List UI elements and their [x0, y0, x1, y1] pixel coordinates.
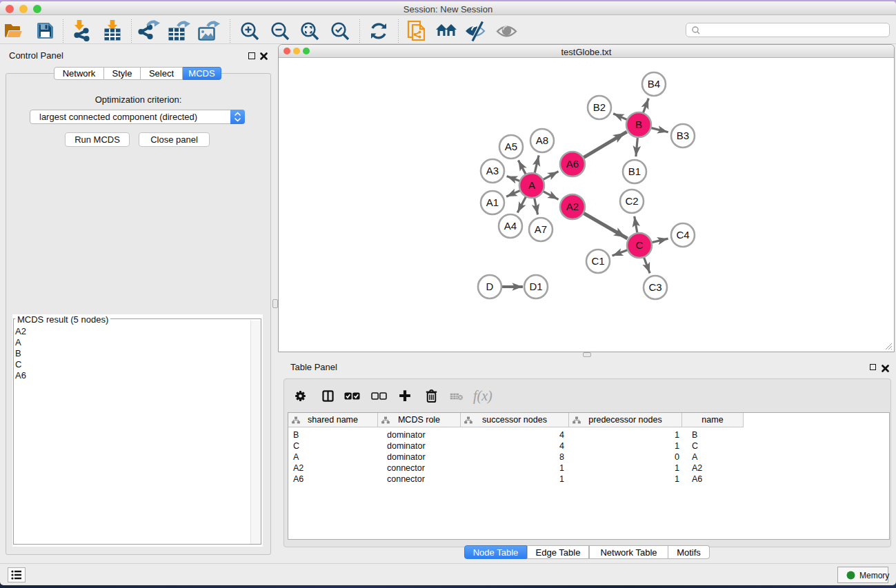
svg-text:B3: B3: [677, 130, 689, 141]
svg-text:B: B: [635, 119, 642, 130]
svg-text:A: A: [528, 179, 535, 191]
svg-text:A3: A3: [486, 165, 499, 176]
svg-text:A1: A1: [486, 196, 499, 208]
svg-text:A4: A4: [504, 220, 517, 232]
svg-text:A2: A2: [566, 201, 579, 212]
svg-text:C1: C1: [591, 255, 604, 267]
svg-text:A7: A7: [535, 223, 547, 235]
svg-text:B2: B2: [593, 101, 606, 113]
svg-text:D1: D1: [529, 281, 542, 292]
svg-text:B1: B1: [628, 165, 641, 177]
svg-text:C2: C2: [625, 195, 638, 207]
svg-text:D: D: [486, 281, 494, 292]
svg-text:C4: C4: [676, 229, 689, 241]
svg-text:A6: A6: [566, 158, 579, 170]
svg-text:C: C: [636, 239, 644, 251]
svg-text:C3: C3: [648, 281, 661, 293]
svg-text:A5: A5: [505, 141, 517, 152]
svg-text:A8: A8: [536, 134, 548, 146]
svg-text:B4: B4: [648, 78, 660, 90]
